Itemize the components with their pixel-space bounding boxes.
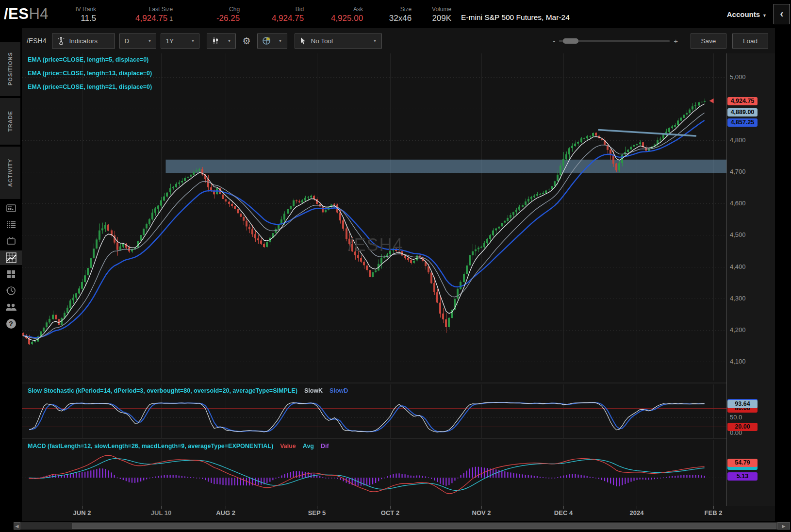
time-axis-label: DEC 4 [554,509,573,516]
instrument-title: E-mini S&P 500 Futures, Mar-24 [461,13,570,22]
ema13-study-label[interactable]: EMA (price=CLOSE, length=13, displace=0) [28,70,152,77]
chevron-down-icon: ▼ [143,39,152,43]
price-axis-label: 4,700 [730,168,746,176]
chevron-down-icon: ▼ [223,39,231,43]
stat-label: Last Size [98,6,173,13]
load-button[interactable]: Load [732,33,768,49]
sidebar-tab-trade[interactable]: TRADE [0,98,20,145]
time-axis-tick [637,506,637,509]
time-axis-tick [317,506,317,509]
price-chart-canvas[interactable] [22,53,726,381]
stat-label: IV Rank [57,6,96,13]
sidebar-watchlist-icon[interactable] [0,217,22,232]
header-stat-volume: Volume209K [413,4,453,24]
chart-scrollbar[interactable]: ◀ ▶ [14,522,790,530]
ema21-study-label[interactable]: EMA (price=CLOSE, length=21, displace=0) [28,83,152,90]
left-sidebar: POSITIONSTRADEACTIVITY? [0,28,22,532]
header-stat-ask: Ask4,925.00 [306,4,365,24]
macd-avg-legend: Avg [303,443,314,449]
price-axis-label: 4,300 [730,295,746,302]
indicators-button[interactable]: Indicators [52,33,115,49]
macd-value-legend: Value [280,443,296,449]
scroll-right-button[interactable]: ▶ [777,522,790,530]
stat-value: 11.5 [57,13,96,24]
time-axis-label: NOV 2 [472,509,491,516]
sidebar-chart-icon[interactable] [0,250,22,265]
candlestick-icon [212,37,219,45]
scroll-left-button[interactable]: ◀ [14,522,20,530]
help-icon: ? [6,319,16,329]
sidebar-tab-positions[interactable]: POSITIONS [0,42,20,96]
drawing-tool-dropdown[interactable]: No Tool ▼ [295,33,382,49]
time-axis-tick [390,506,391,509]
trading-app: /ESH4 IV Rank11.5Last Size4,924.75 1Chg-… [0,0,791,532]
stat-value: 4,925.00 [306,13,363,24]
price-axis-label: 5,000 [730,73,746,81]
toolbar-symbol: /ESH4 [27,37,46,45]
macd-dif-legend: Dif [321,443,329,449]
panel-divider[interactable] [22,438,775,439]
sidebar-report-icon[interactable] [0,201,22,216]
time-axis-tick [226,506,226,509]
sidebar-community-icon[interactable] [0,300,22,315]
stochastic-study-label[interactable]: Slow Stochastic (kPeriod=14, dPeriod=3, … [28,387,348,394]
zoom-out-button[interactable]: - [549,37,559,45]
sidebar-help-icon[interactable]: ? [0,316,22,331]
panel-divider[interactable] [22,382,775,383]
sidebar-grid-icon[interactable] [0,267,22,282]
stat-value: 32x46 [365,13,412,24]
range-dropdown[interactable]: 1Y▼ [161,33,199,49]
macd-study-label[interactable]: MACD (fastLength=12, slowLength=26, macd… [28,443,329,449]
stat-value: 209K [413,13,451,24]
price-axis-label: 4,200 [730,326,746,334]
price-axis-label: 4,800 [730,136,746,144]
chart-settings-button[interactable]: ⚙ [240,33,252,49]
time-axis-label: JUN 2 [73,509,91,516]
ema5-study-label[interactable]: EMA (price=CLOSE, length=5, displace=0) [28,56,148,63]
sidebar-tv-icon[interactable] [0,234,22,249]
time-axis-tick [481,506,482,509]
header-stats: IV Rank11.5Last Size4,924.75 1Chg-26.25B… [57,4,453,25]
time-axis[interactable]: JUN 2JUL 10AUG 2SEP 5OCT 2NOV 2DEC 42024… [22,506,775,521]
price-axis-label: 4,500 [730,231,746,239]
time-axis-label: AUG 2 [216,509,235,516]
chart-grid-icon [262,36,271,45]
save-button[interactable]: Save [691,33,726,49]
arrow-right-icon: ▶ [782,524,786,529]
zoom-in-button[interactable]: + [670,37,682,45]
time-axis-tick [713,506,714,509]
stat-label: Chg [175,6,240,13]
stochastic-axis-bubble: 20.00 [727,423,758,431]
stat-value: 4,924.75 [242,13,304,24]
scroll-thumb[interactable] [72,523,776,529]
time-axis-label: OCT 2 [381,509,399,516]
slowk-legend: SlowK [304,387,323,394]
chevron-down-icon: ▼ [368,39,377,43]
price-bubble: 4,889.00 [727,108,758,116]
price-bubble: 4,924.75 [727,97,758,105]
zoom-slider[interactable] [559,40,670,42]
stat-label: Volume [413,6,451,13]
sidebar-tab-activity[interactable]: ACTIVITY [0,147,20,199]
timeframe-dropdown[interactable]: D▼ [119,33,156,49]
time-axis-tick [82,506,82,509]
accounts-button[interactable]: Accounts▼ [727,10,767,18]
chevron-left-icon: ‹ [780,8,783,20]
macd-axis-bubble: 54.79 [727,459,758,467]
price-axis[interactable]: 5,0004,8004,7004,6004,5004,4004,3004,200… [726,53,775,506]
stat-value: -26.25 [175,13,240,24]
zoom-slider-thumb[interactable] [563,38,578,44]
header-stat-chg: Chg-26.25 [175,4,242,24]
macd-canvas[interactable] [22,440,726,506]
time-axis-tick [563,506,564,509]
sidebar-history-icon[interactable] [0,283,22,298]
stat-label: Size [365,6,412,13]
stochastic-axis-label: 50.0 [730,414,742,421]
beaker-icon [57,36,66,45]
time-axis-tick [161,506,162,509]
symbol-title: /ESH4 [4,5,49,23]
price-axis-label: 4,600 [730,200,746,207]
grid-layout-dropdown[interactable]: ▼ [257,33,287,49]
chart-style-dropdown[interactable]: ▼ [207,33,236,49]
collapse-panel-button[interactable]: ‹ [774,4,790,24]
